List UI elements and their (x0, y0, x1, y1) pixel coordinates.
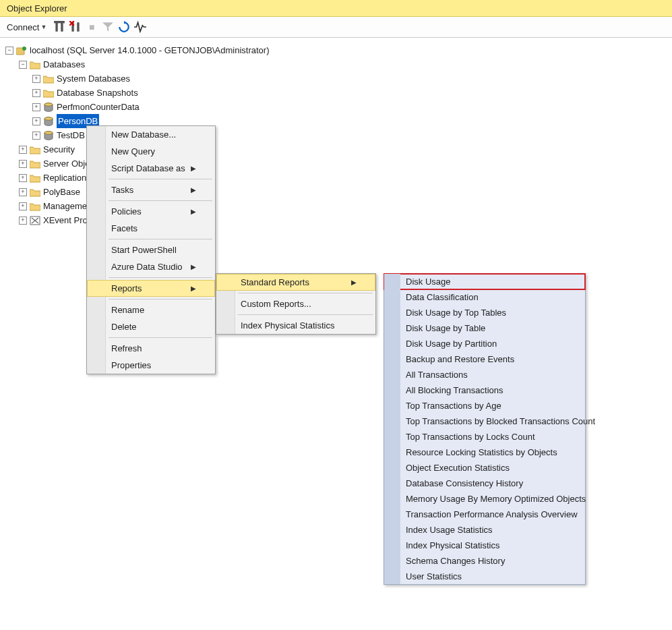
submenu-arrow-icon: ▶ (191, 285, 196, 292)
tree-node-snapshots[interactable]: + Database Snapshots (32, 86, 669, 100)
connect-button[interactable]: Connect ▼ (4, 21, 49, 34)
activity-icon[interactable] (134, 21, 146, 33)
svg-rect-2 (54, 21, 59, 23)
menu-separator (109, 179, 212, 179)
disconnect-icon[interactable] (69, 21, 82, 33)
menu-index-physical-stats[interactable]: Index Physical Statistics (216, 317, 375, 334)
tree-label: System Databases (57, 71, 130, 86)
xevent-icon (30, 216, 40, 225)
svg-point-7 (22, 47, 26, 51)
expand-icon[interactable]: + (19, 217, 27, 225)
svg-point-11 (44, 117, 53, 119)
folder-icon (30, 188, 40, 197)
expand-icon[interactable]: + (19, 146, 27, 154)
menu-policies[interactable]: Policies▶ (87, 203, 215, 220)
folder-icon (30, 159, 40, 169)
report-backup-restore[interactable]: Backup and Restore Events (384, 351, 585, 367)
database-icon (43, 117, 54, 126)
report-index-usage[interactable]: Index Usage Statistics (384, 522, 585, 538)
menu-azure-data-studio[interactable]: Azure Data Studio▶ (87, 258, 215, 275)
svg-rect-5 (78, 22, 80, 32)
report-top-tx-blocked[interactable]: Top Transactions by Blocked Transactions… (384, 413, 585, 429)
menu-refresh[interactable]: Refresh (87, 340, 215, 357)
menu-separator (238, 314, 373, 315)
submenu-arrow-icon: ▶ (191, 186, 196, 194)
tree-label: Replication (43, 171, 86, 185)
tree-node-system-databases[interactable]: + System Databases (32, 71, 669, 86)
report-user-statistics[interactable]: User Statistics (384, 569, 585, 584)
menu-rename[interactable]: Rename (87, 302, 215, 318)
collapse-icon[interactable]: − (5, 47, 13, 55)
tree-label: Security (43, 142, 75, 156)
expand-icon[interactable]: + (19, 160, 27, 168)
folder-icon (30, 202, 40, 211)
folder-icon (43, 74, 54, 84)
report-object-execution[interactable]: Object Execution Statistics (384, 460, 585, 476)
report-top-tx-age[interactable]: Top Transactions by Age (384, 398, 585, 413)
folder-icon (43, 88, 54, 98)
menu-delete[interactable]: Delete (87, 318, 215, 335)
reports-submenu: Standard Reports▶ Custom Reports... Inde… (216, 273, 376, 335)
menu-properties[interactable]: Properties (87, 357, 215, 374)
tree-node-server[interactable]: − localhost (SQL Server 14.0.1000 - GETO… (5, 43, 669, 57)
dropdown-caret-icon: ▼ (40, 24, 47, 30)
tree-label: Database Snapshots (57, 86, 138, 100)
expand-icon[interactable]: + (32, 132, 40, 140)
svg-point-9 (44, 103, 53, 105)
folder-icon (30, 173, 40, 183)
svg-rect-0 (56, 22, 58, 32)
stop-icon[interactable]: ■ (86, 21, 98, 33)
menu-gutter (384, 274, 400, 584)
svg-rect-3 (59, 21, 65, 23)
expand-icon[interactable]: + (32, 75, 40, 83)
menu-start-powershell[interactable]: Start PowerShell (87, 241, 215, 258)
menu-custom-reports[interactable]: Custom Reports... (216, 295, 375, 312)
expand-icon[interactable]: + (32, 103, 40, 111)
report-disk-usage-partition[interactable]: Disk Usage by Partition (384, 336, 585, 351)
report-tx-performance[interactable]: Transaction Performance Analysis Overvie… (384, 507, 585, 522)
expand-icon[interactable]: + (19, 202, 27, 210)
report-disk-usage-table[interactable]: Disk Usage by Table (384, 320, 585, 336)
tree-label: PerfmonCounterData (57, 100, 140, 114)
server-icon (16, 46, 27, 55)
folder-icon (30, 145, 40, 154)
report-schema-changes[interactable]: Schema Changes History (384, 553, 585, 569)
menu-new-query[interactable]: New Query (87, 143, 215, 160)
filter-icon[interactable] (102, 21, 114, 33)
submenu-arrow-icon: ▶ (191, 263, 196, 270)
menu-separator (109, 277, 212, 278)
menu-tasks[interactable]: Tasks▶ (87, 181, 215, 198)
svg-point-13 (44, 131, 53, 134)
report-top-tx-locks[interactable]: Top Transactions by Locks Count (384, 429, 585, 445)
submenu-arrow-icon: ▶ (351, 279, 357, 286)
report-data-classification[interactable]: Data Classification (384, 289, 585, 305)
report-db-consistency[interactable]: Database Consistency History (384, 476, 585, 491)
connect-icon[interactable] (53, 21, 65, 33)
expand-icon[interactable]: + (19, 174, 27, 182)
report-index-physical[interactable]: Index Physical Statistics (384, 538, 585, 553)
menu-standard-reports[interactable]: Standard Reports▶ (216, 274, 375, 291)
tree-label: TestDB (57, 128, 85, 142)
tree-node-db-perfmon[interactable]: + PerfmonCounterData (32, 100, 669, 114)
menu-new-database[interactable]: New Database... (87, 126, 215, 143)
menu-script-database[interactable]: Script Database as▶ (87, 160, 215, 177)
standard-reports-submenu: Disk Usage Data Classification Disk Usag… (384, 273, 586, 585)
report-all-blocking-tx[interactable]: All Blocking Transactions (384, 382, 585, 398)
collapse-icon[interactable]: − (19, 61, 27, 69)
menu-reports[interactable]: Reports▶ (87, 280, 215, 297)
menu-separator (109, 200, 212, 201)
report-resource-locking[interactable]: Resource Locking Statistics by Objects (384, 445, 585, 460)
expand-icon[interactable]: + (19, 188, 27, 196)
folder-icon (30, 60, 40, 69)
report-memory-optimized[interactable]: Memory Usage By Memory Optimized Objects (384, 491, 585, 507)
expand-icon[interactable]: + (32, 117, 40, 125)
refresh-icon[interactable] (118, 21, 130, 33)
database-icon (43, 103, 54, 112)
report-disk-usage[interactable]: Disk Usage (384, 274, 585, 289)
tree-node-databases[interactable]: − Databases (19, 57, 669, 71)
expand-icon[interactable]: + (32, 89, 40, 97)
menu-separator (109, 239, 212, 239)
report-disk-usage-top-tables[interactable]: Disk Usage by Top Tables (384, 305, 585, 320)
report-all-transactions[interactable]: All Transactions (384, 367, 585, 382)
menu-facets[interactable]: Facets (87, 220, 215, 237)
